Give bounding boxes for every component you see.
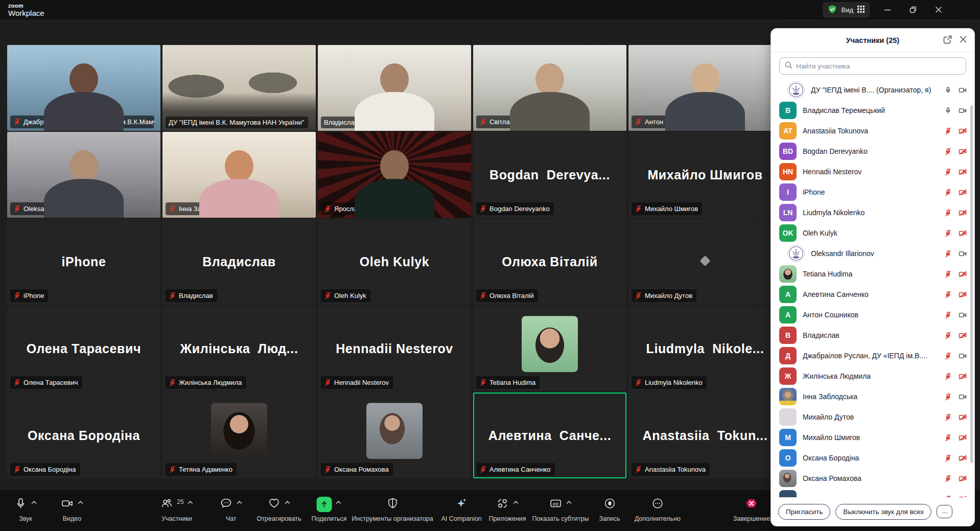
video-tile[interactable]: Ярослав Петруненко bbox=[318, 132, 471, 218]
chevron-up-icon[interactable] bbox=[284, 500, 290, 504]
participant-row[interactable]: LNLiudmyla Nikolenko bbox=[779, 202, 969, 223]
video-tile[interactable]: Oleh KulykOleh Kulyk bbox=[318, 219, 471, 305]
toolbar-share-button[interactable]: Поделиться bbox=[311, 495, 346, 522]
video-tile[interactable]: Жилінська Люд...Жилінська Людмила bbox=[162, 306, 316, 391]
video-tile[interactable]: Tetiana Hudima bbox=[473, 306, 626, 391]
toolbar-cc-button[interactable]: CCПоказать субтитры bbox=[532, 495, 589, 522]
participant-row[interactable]: ВВладислав Теремецький bbox=[779, 100, 969, 121]
search-area bbox=[771, 52, 974, 78]
participant-row[interactable]: IiPhone bbox=[779, 182, 969, 202]
video-tile[interactable]: Світлана Гречана bbox=[473, 45, 626, 131]
participant-name: Джабраілов Руслан, ДУ «ІЕПД ім.В.... bbox=[803, 352, 938, 360]
video-tile[interactable]: Олена ТарасевичОлена Тарасевич bbox=[7, 306, 160, 391]
toolbar-apps-button[interactable]: Приложения bbox=[488, 495, 526, 522]
video-tile[interactable]: Оксана Ромахова bbox=[318, 393, 471, 478]
chevron-up-icon[interactable] bbox=[188, 500, 194, 504]
video-tile[interactable]: Hennadii NesterovHennadii Nesterov bbox=[318, 306, 471, 391]
video-tile[interactable]: Інна Заблодська bbox=[162, 132, 316, 218]
participant-row[interactable]: OKOleh Kulyk bbox=[779, 223, 969, 243]
toolbar-video-button[interactable]: Видео bbox=[61, 495, 84, 522]
participant-row[interactable]: ДДжабраілов Руслан, ДУ «ІЕПД ім.В.... bbox=[779, 345, 969, 366]
mic-muted-icon bbox=[944, 189, 952, 196]
tile-name-text: Джабраілов Руслан, ДУ «ІЕПД ім.В.К.Мамут… bbox=[24, 119, 154, 125]
participant-row[interactable]: Oleksandr Illarionov bbox=[779, 243, 969, 264]
sparkle-icon bbox=[455, 497, 468, 512]
mute-all-button[interactable]: Выключить звук для всех bbox=[835, 504, 931, 520]
mic-muted-icon bbox=[13, 118, 21, 126]
participant-row[interactable]: ММихайло Шмигов bbox=[779, 427, 969, 448]
tile-name-label: Oleh Kulyk bbox=[321, 289, 370, 302]
video-tile[interactable]: ВладиславВладислав bbox=[162, 219, 316, 305]
chevron-up-icon[interactable] bbox=[237, 500, 243, 504]
video-tile[interactable]: Михайло ШмиговМихайло Шмигов bbox=[628, 132, 782, 218]
more-options-button[interactable]: ... bbox=[937, 505, 952, 518]
scrollbar-thumb[interactable] bbox=[970, 105, 973, 463]
participant-row[interactable]: Інна Заблодська bbox=[779, 386, 969, 407]
participant-name: Жилінська Людмила bbox=[803, 372, 938, 380]
participant-name: Hennadii Nesterov bbox=[803, 168, 938, 176]
participant-row[interactable]: ВВладислав bbox=[779, 325, 969, 345]
chevron-up-icon[interactable] bbox=[566, 500, 572, 504]
video-tile[interactable]: Владислав Теремецький bbox=[318, 45, 471, 131]
participant-row[interactable]: AАлевтина Санченко bbox=[779, 284, 969, 305]
logo-zoom-text: zoom bbox=[8, 3, 44, 9]
participant-row[interactable]: ААнтон Сошников bbox=[779, 305, 969, 325]
close-window-button[interactable] bbox=[931, 2, 946, 17]
video-tile[interactable]: Оксана БородінаОксана Бородіна bbox=[7, 393, 160, 478]
video-tile[interactable]: ДУ "ІЕПД імені В.К. Мамутова НАН України… bbox=[162, 45, 316, 131]
toolbar-end-button[interactable]: Завершение bbox=[733, 495, 771, 522]
participant-row[interactable]: ATAnastasiia Tokunova bbox=[779, 121, 969, 141]
participants-header: Участники (25) bbox=[771, 29, 974, 52]
toolbar-label: Отреагировать bbox=[256, 515, 301, 522]
avatar: О bbox=[779, 449, 797, 467]
mic-muted-icon bbox=[944, 250, 952, 258]
invite-button[interactable]: Пригласить bbox=[778, 504, 830, 520]
video-tile[interactable]: Антон Сошников bbox=[628, 45, 782, 131]
chevron-up-icon[interactable] bbox=[31, 500, 37, 504]
participant-row[interactable]: ООксана Бородіна bbox=[779, 448, 969, 468]
toolbar-record-button[interactable]: Запись bbox=[599, 495, 620, 522]
toolbar-sparkle-button[interactable]: AI Companion bbox=[441, 495, 481, 522]
minimize-button[interactable] bbox=[880, 2, 895, 17]
profile-photo bbox=[522, 316, 578, 372]
video-tile[interactable]: Oleksandr Illarionov bbox=[7, 132, 160, 218]
popout-panel-icon[interactable] bbox=[943, 35, 952, 46]
video-tile[interactable]: Bogdan Derevya...Bogdan Derevyanko bbox=[473, 132, 626, 218]
avatar bbox=[779, 265, 797, 283]
toolbar-people-button[interactable]: 25Участники bbox=[160, 495, 193, 522]
video-tile[interactable]: Алевтина Санче...Алевтина Санченко bbox=[473, 393, 626, 478]
chevron-up-icon[interactable] bbox=[78, 500, 84, 504]
participant-row[interactable] bbox=[779, 489, 969, 497]
participant-name: Владислав Теремецький bbox=[803, 106, 938, 114]
mic-muted-icon bbox=[324, 292, 332, 299]
participant-row[interactable]: Михайло Дутов bbox=[779, 407, 969, 427]
chevron-up-icon[interactable] bbox=[512, 500, 519, 504]
video-tile[interactable]: Олюха ВіталійОлюха Віталій bbox=[473, 219, 626, 305]
restore-button[interactable] bbox=[905, 2, 921, 17]
view-menu[interactable]: Вид bbox=[823, 2, 870, 18]
toolbar-more-button[interactable]: Дополнительно bbox=[635, 495, 681, 522]
participant-row[interactable]: ЖЖилінська Людмила bbox=[779, 366, 969, 386]
toolbar-heart-button[interactable]: Отреагировать bbox=[256, 495, 301, 522]
tile-name-text: Оксана Ромахова bbox=[334, 466, 389, 473]
tile-name-text: Олюха Віталій bbox=[489, 292, 534, 299]
search-input[interactable] bbox=[796, 62, 961, 70]
video-tile[interactable]: Тетяна Адаменко bbox=[162, 393, 316, 478]
participant-row[interactable]: HNHennadii Nesterov bbox=[779, 161, 969, 182]
video-tile[interactable]: Джабраілов Руслан, ДУ «ІЕПД ім.В.К.Мамут… bbox=[7, 45, 160, 131]
participant-row[interactable]: Tetiana Hudima bbox=[779, 264, 969, 284]
tile-name-label: Владислав bbox=[166, 289, 217, 302]
video-tile[interactable]: Liudmyla Nikole...Liudmyla Nikolenko bbox=[628, 306, 782, 391]
video-tile[interactable]: iPhoneiPhone bbox=[7, 219, 160, 305]
toolbar-mic-button[interactable]: Звук bbox=[14, 495, 37, 522]
video-tile[interactable]: Anastasiia Tokun...Anastasiia Tokunova bbox=[628, 393, 782, 478]
participant-name: Liudmyla Nikolenko bbox=[803, 209, 938, 217]
toolbar-chat-button[interactable]: Чат bbox=[220, 495, 243, 522]
video-tile[interactable]: Михайло Дутов bbox=[628, 219, 782, 305]
toolbar-shield-button[interactable]: Инструменты организатора bbox=[352, 495, 433, 522]
participant-row[interactable]: ДУ "ІЕПД імені В.... (Организатор, я) bbox=[779, 80, 969, 100]
participant-row[interactable]: BDBogdan Derevyanko bbox=[779, 141, 969, 161]
chevron-up-icon[interactable] bbox=[336, 500, 342, 504]
participant-row[interactable]: Оксана Ромахова bbox=[779, 468, 969, 489]
close-panel-icon[interactable] bbox=[959, 35, 967, 45]
